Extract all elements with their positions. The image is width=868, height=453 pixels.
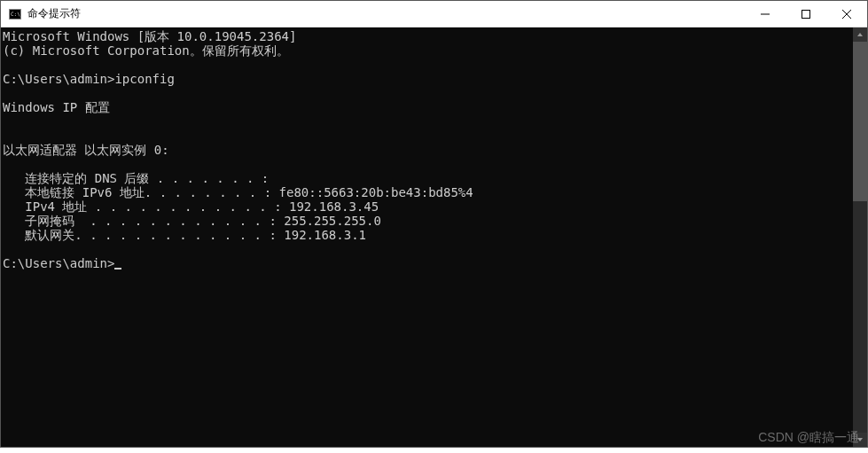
terminal-area: Microsoft Windows [版本 10.0.19045.2364] (… [1, 27, 867, 447]
command-prompt-window: 命令提示符 Microsoft Windows [版本 10.0.19045.2… [0, 0, 868, 448]
cursor-icon [114, 268, 121, 269]
dns-suffix-line: 连接特定的 DNS 后缀 . . . . . . . : [3, 171, 269, 185]
app-icon [8, 7, 22, 21]
gateway-line: 默认网关. . . . . . . . . . . . . : 192.168.… [3, 228, 366, 242]
window-controls [745, 1, 867, 27]
ipv4-line: IPv4 地址 . . . . . . . . . . . . : 192.16… [3, 199, 379, 214]
maximize-button[interactable] [786, 1, 826, 27]
ipv6-line: 本地链接 IPv6 地址. . . . . . . . : fe80::5663… [3, 185, 473, 199]
subnet-line: 子网掩码 . . . . . . . . . . . . : 255.255.2… [3, 214, 381, 228]
terminal-output[interactable]: Microsoft Windows [版本 10.0.19045.2364] (… [1, 27, 853, 447]
version-line: Microsoft Windows [版本 10.0.19045.2364] [3, 29, 296, 43]
prompt-path: C:\Users\admin> [3, 72, 114, 86]
scroll-thumb[interactable] [853, 42, 867, 201]
adapter-header: 以太网适配器 以太网实例 0: [3, 143, 169, 157]
close-button[interactable] [826, 1, 867, 27]
svg-marker-5 [857, 438, 863, 441]
vertical-scrollbar[interactable] [853, 27, 867, 447]
window-title: 命令提示符 [27, 6, 745, 21]
titlebar[interactable]: 命令提示符 [1, 1, 867, 27]
svg-rect-1 [802, 10, 810, 18]
svg-marker-4 [857, 33, 863, 36]
scroll-down-button[interactable] [853, 433, 867, 447]
prompt-path: C:\Users\admin> [3, 256, 114, 270]
scroll-up-button[interactable] [853, 27, 867, 42]
copyright-line: (c) Microsoft Corporation。保留所有权利。 [3, 43, 289, 58]
command-text: ipconfig [114, 72, 174, 86]
ipconfig-header: Windows IP 配置 [3, 100, 110, 114]
minimize-button[interactable] [745, 1, 786, 27]
